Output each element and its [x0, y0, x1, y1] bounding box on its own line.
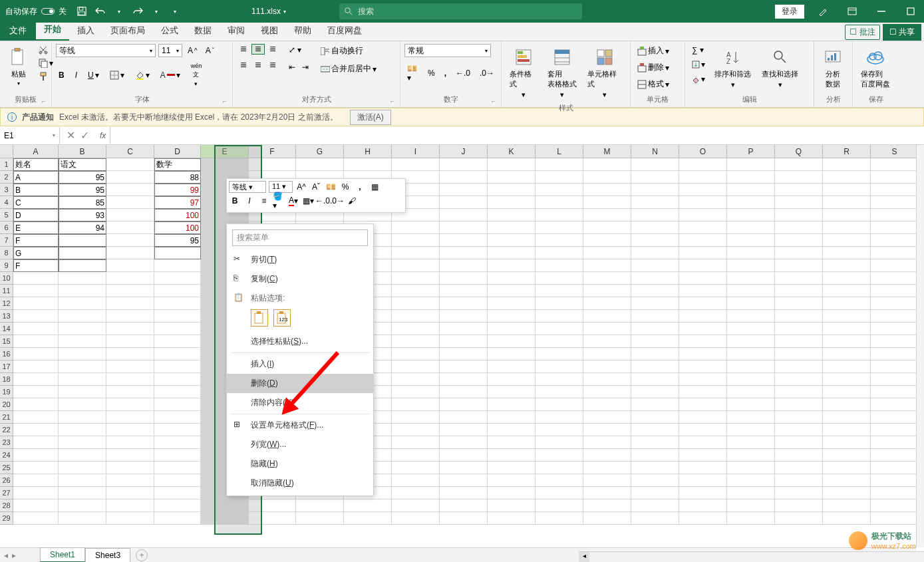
col-header-J[interactable]: J: [440, 145, 488, 158]
mini-fill-color-icon[interactable]: 🪣▾: [273, 195, 285, 207]
cell-C26[interactable]: [106, 474, 154, 487]
cell-J13[interactable]: [440, 310, 488, 323]
cell-L6[interactable]: [536, 221, 583, 234]
cell-N10[interactable]: [631, 272, 679, 285]
cell-S24[interactable]: [871, 449, 919, 462]
row-header-28[interactable]: 28: [0, 499, 13, 512]
cell-D12[interactable]: [154, 297, 201, 310]
cell-L11[interactable]: [536, 285, 583, 297]
cell-P12[interactable]: [727, 297, 775, 310]
cell-L20[interactable]: [536, 398, 583, 411]
cell-S28[interactable]: [871, 499, 919, 512]
cell-J10[interactable]: [440, 272, 488, 285]
cell-G1[interactable]: [296, 158, 344, 171]
cell-Q12[interactable]: [775, 297, 823, 310]
cell-O28[interactable]: [679, 499, 727, 512]
cell-L16[interactable]: [536, 348, 583, 360]
conditional-format-button[interactable]: 条件格式▾: [506, 44, 541, 102]
cell-style-button[interactable]: 单元格样式▾: [583, 44, 626, 102]
cell-P3[interactable]: [727, 184, 775, 196]
cell-M8[interactable]: [583, 247, 631, 259]
cell-Q26[interactable]: [775, 474, 823, 487]
redo-dropdown-icon[interactable]: ▾: [150, 5, 162, 17]
mini-currency-icon[interactable]: 💴: [325, 181, 337, 193]
mini-font-dropdown[interactable]: 等线 ▾: [229, 181, 266, 193]
cell-J29[interactable]: [440, 512, 488, 525]
cell-Q18[interactable]: [775, 373, 823, 386]
col-header-M[interactable]: M: [583, 145, 631, 158]
cell-J14[interactable]: [440, 323, 488, 335]
row-header-11[interactable]: 11: [0, 285, 13, 297]
cell-J1[interactable]: [440, 158, 488, 171]
cell-A27[interactable]: [13, 487, 59, 499]
cell-N24[interactable]: [631, 449, 679, 462]
cell-C2[interactable]: [106, 171, 154, 184]
cell-L27[interactable]: [536, 487, 583, 499]
cell-M17[interactable]: [583, 360, 631, 373]
cell-G29[interactable]: [296, 512, 344, 525]
cell-N29[interactable]: [631, 512, 679, 525]
cell-R7[interactable]: [823, 234, 871, 247]
cell-P15[interactable]: [727, 335, 775, 348]
merge-center-button[interactable]: 合并后居中 ▾: [318, 62, 379, 76]
decrease-decimal-button[interactable]: .0→: [477, 63, 497, 84]
cell-B6[interactable]: 94: [59, 221, 106, 234]
font-dialog-launcher[interactable]: ⌐: [223, 98, 231, 106]
cell-K8[interactable]: [488, 247, 536, 259]
format-table-button[interactable]: 套用 表格格式▾: [543, 44, 581, 102]
increase-decimal-button[interactable]: ←.0: [453, 63, 473, 84]
cell-D7[interactable]: 95: [154, 234, 201, 247]
cell-S22[interactable]: [871, 424, 919, 436]
cell-I7[interactable]: [392, 234, 440, 247]
cell-O14[interactable]: [679, 323, 727, 335]
cell-B26[interactable]: [59, 474, 106, 487]
cell-O4[interactable]: [679, 196, 727, 209]
cell-D13[interactable]: [154, 310, 201, 323]
cell-B4[interactable]: 85: [59, 196, 106, 209]
cell-D28[interactable]: [154, 499, 201, 512]
cell-I14[interactable]: [392, 323, 440, 335]
ctx-unhide[interactable]: 取消隐藏(U): [227, 474, 373, 493]
cell-J6[interactable]: [440, 221, 488, 234]
cell-M1[interactable]: [583, 158, 631, 171]
cell-R20[interactable]: [823, 398, 871, 411]
cell-O26[interactable]: [679, 474, 727, 487]
cell-C7[interactable]: [106, 234, 154, 247]
clipboard-dialog-launcher[interactable]: ⌐: [42, 98, 50, 106]
cell-R25[interactable]: [823, 462, 871, 474]
cell-N5[interactable]: [631, 209, 679, 221]
cell-O18[interactable]: [679, 373, 727, 386]
cell-S10[interactable]: [871, 272, 919, 285]
cell-I24[interactable]: [392, 449, 440, 462]
tab-insert[interactable]: 插入: [69, 21, 102, 41]
cell-N6[interactable]: [631, 221, 679, 234]
cell-L24[interactable]: [536, 449, 583, 462]
cell-M10[interactable]: [583, 272, 631, 285]
align-top-button[interactable]: ≡: [237, 44, 250, 55]
cell-K15[interactable]: [488, 335, 536, 348]
cell-A8[interactable]: G: [13, 247, 59, 259]
cell-C9[interactable]: [106, 259, 154, 272]
cell-O7[interactable]: [679, 234, 727, 247]
col-header-G[interactable]: G: [296, 145, 344, 158]
cell-I18[interactable]: [392, 373, 440, 386]
cell-J19[interactable]: [440, 386, 488, 398]
cell-K4[interactable]: [488, 196, 536, 209]
cell-M21[interactable]: [583, 411, 631, 424]
cell-P22[interactable]: [727, 424, 775, 436]
save-baidu-button[interactable]: 保存到 百度网盘: [857, 44, 894, 92]
formula-input[interactable]: [110, 126, 924, 144]
currency-button[interactable]: 💴▾: [404, 63, 421, 84]
cell-B11[interactable]: [59, 285, 106, 297]
mini-format-painter-icon[interactable]: 🖌: [346, 195, 358, 207]
cell-K18[interactable]: [488, 373, 536, 386]
cell-Q15[interactable]: [775, 335, 823, 348]
cell-Q4[interactable]: [775, 196, 823, 209]
cell-J25[interactable]: [440, 462, 488, 474]
cell-M16[interactable]: [583, 348, 631, 360]
sheet-tab-1[interactable]: Sheet1: [40, 547, 85, 563]
align-left-button[interactable]: ≡: [237, 60, 250, 70]
cell-R16[interactable]: [823, 348, 871, 360]
cell-R8[interactable]: [823, 247, 871, 259]
tab-formula[interactable]: 公式: [153, 21, 186, 41]
